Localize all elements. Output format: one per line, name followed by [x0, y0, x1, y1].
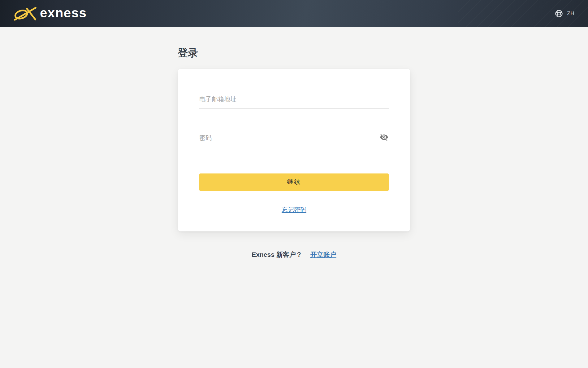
- password-visibility-toggle[interactable]: [379, 133, 389, 142]
- login-page: 登录 继续 忘记密码 Exness 新客户？ 开立账户: [0, 27, 588, 259]
- password-input[interactable]: [199, 131, 389, 147]
- exness-logo-icon: [14, 6, 37, 21]
- new-customer-text: Exness 新客户？: [252, 250, 302, 259]
- forgot-password-row: 忘记密码: [199, 206, 389, 214]
- header: exness ZH: [0, 0, 588, 27]
- page-title: 登录: [178, 46, 410, 60]
- continue-button[interactable]: 继续: [199, 173, 389, 191]
- signup-row: Exness 新客户？ 开立账户: [252, 250, 336, 259]
- brand-wordmark: exness: [40, 7, 87, 20]
- email-input[interactable]: [199, 92, 389, 108]
- forgot-password-link[interactable]: 忘记密码: [282, 206, 306, 213]
- login-card: 继续 忘记密码: [178, 69, 410, 231]
- globe-icon: [555, 10, 563, 18]
- language-switcher[interactable]: ZH: [555, 10, 574, 18]
- eye-slash-icon: [380, 133, 388, 142]
- email-field-row: [199, 92, 389, 108]
- language-code: ZH: [567, 11, 574, 17]
- open-account-link[interactable]: 开立账户: [310, 250, 336, 259]
- password-field-row: [199, 131, 389, 147]
- exness-logo: exness: [14, 6, 87, 21]
